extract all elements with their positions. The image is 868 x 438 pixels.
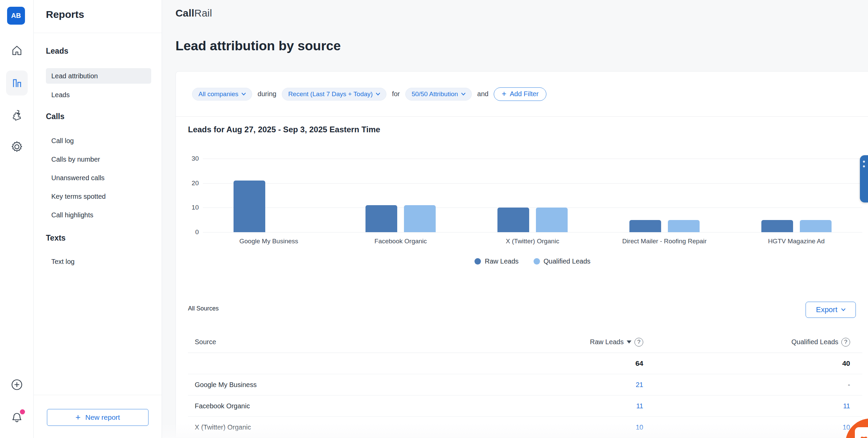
bar-chart: 0102030 (176, 159, 868, 232)
left-rail: AB (0, 0, 34, 438)
page-title: Lead attribution by source (175, 38, 341, 53)
raw-leads-header-label: Raw Leads (590, 338, 624, 346)
add-circle-icon[interactable] (0, 378, 34, 391)
sidebar-item-key-terms-spotted[interactable]: Key terms spotted (46, 189, 151, 204)
filter-bar: All companies during Recent (Last 7 Days… (176, 72, 868, 117)
new-report-label: New report (85, 413, 120, 421)
source-cell: Google My Business (188, 381, 491, 389)
bar-chart-icon (11, 77, 23, 89)
qualified-leads-bar[interactable] (536, 208, 568, 232)
legend-qualified-leads[interactable]: Qualified Leads (534, 257, 591, 265)
chart-legend: Raw Leads Qualified Leads (203, 257, 862, 265)
totals-row: 64 40 (188, 353, 862, 374)
bar-group-4 (598, 159, 730, 232)
table-row: X (Twitter) Organic 10 10 (188, 417, 862, 438)
during-label: during (257, 90, 276, 98)
chart-title: Leads for Aug 27, 2025 - Sep 3, 2025 Eas… (188, 125, 380, 134)
puzzle-icon (10, 108, 24, 122)
qualified-leads-link[interactable]: 11 (643, 402, 862, 410)
sidebar-item-leads[interactable]: Leads (46, 87, 151, 103)
attribution-dropdown[interactable]: 50/50 Attribution (405, 88, 472, 101)
totals-qualified: 40 (643, 359, 862, 367)
export-button[interactable]: Export (806, 302, 856, 318)
section-texts: Texts (46, 234, 65, 243)
home-icon[interactable] (0, 45, 34, 57)
sidebar-title: Reports (46, 9, 84, 20)
table-header-row: Source Raw Leads ? Qualified Leads ? (188, 331, 862, 353)
chat-screen-icon (855, 427, 868, 438)
section-calls: Calls (46, 112, 64, 121)
export-label: Export (816, 305, 838, 314)
sidebar-item-unanswered-calls[interactable]: Unanswered calls (46, 170, 151, 186)
x-axis-label: Direct Mailer - Roofing Repair (598, 238, 730, 245)
y-tick-label: 10 (192, 204, 199, 211)
x-axis-label: X (Twitter) Organic (467, 238, 599, 245)
x-axis-label: Facebook Organic (335, 238, 467, 245)
callrail-logo[interactable]: CallRail (175, 7, 212, 19)
raw-leads-link[interactable]: 11 (491, 402, 643, 410)
settings-gear-icon[interactable] (0, 140, 34, 154)
logo-light: Rail (194, 7, 212, 19)
sidebar-item-call-highlights[interactable]: Call highlights (46, 207, 151, 223)
add-filter-label: Add Filter (510, 90, 539, 98)
sidebar-item-text-log[interactable]: Text log (46, 254, 151, 269)
chart-bars (203, 159, 862, 232)
col-raw-leads[interactable]: Raw Leads ? (491, 338, 643, 347)
plus-circle-icon (10, 378, 23, 391)
app-window: AB (0, 0, 868, 438)
raw-leads-bar[interactable] (365, 205, 397, 232)
chart-y-axis: 0102030 (176, 159, 199, 232)
reports-sidebar: Reports Leads Lead attribution Leads Cal… (34, 0, 162, 438)
dot (863, 165, 865, 167)
raw-leads-bar[interactable] (761, 220, 793, 232)
attribution-value: 50/50 Attribution (412, 90, 458, 98)
qualified-leads-bar[interactable] (404, 205, 436, 232)
section-leads: Leads (46, 47, 68, 56)
integrations-puzzle-icon[interactable] (0, 108, 34, 122)
raw-leads-bar[interactable] (497, 208, 529, 232)
chevron-down-icon (461, 93, 465, 95)
table-row: Google My Business 21 - (188, 374, 862, 395)
qualified-leads-bar[interactable] (800, 220, 832, 232)
avatar[interactable]: AB (7, 7, 25, 25)
divider (34, 395, 162, 395)
source-cell: X (Twitter) Organic (188, 423, 491, 431)
all-sources-label: All Sources (188, 305, 219, 312)
bar-group-3 (467, 159, 599, 232)
qualified-leads-swatch (534, 258, 540, 265)
add-filter-button[interactable]: + Add Filter (494, 87, 546, 101)
raw-leads-link[interactable]: 21 (491, 381, 643, 389)
col-qualified-leads[interactable]: Qualified Leads ? (643, 338, 862, 347)
home-icon (11, 45, 23, 57)
legend-raw-leads[interactable]: Raw Leads (474, 257, 518, 265)
chart-plot (203, 159, 862, 232)
help-icon[interactable]: ? (841, 338, 850, 347)
raw-leads-bar[interactable] (234, 181, 265, 232)
for-label: for (392, 90, 400, 98)
raw-leads-swatch (474, 258, 481, 265)
raw-leads-bar[interactable] (629, 220, 661, 232)
gridline (203, 232, 862, 232)
company-filter-dropdown[interactable]: All companies (192, 88, 252, 101)
bar-group-5 (730, 159, 862, 232)
sidebar-item-calls-by-number[interactable]: Calls by number (46, 152, 151, 167)
y-tick-label: 30 (192, 155, 199, 162)
col-source[interactable]: Source (188, 338, 491, 346)
sidebar-item-lead-attribution[interactable]: Lead attribution (46, 68, 151, 84)
chart-x-axis: Google My BusinessFacebook OrganicX (Twi… (203, 238, 862, 245)
notifications-bell-icon[interactable] (0, 411, 34, 425)
plus-icon: + (501, 90, 506, 98)
help-icon[interactable]: ? (634, 338, 643, 347)
feedback-side-tab[interactable] (860, 155, 868, 202)
date-range-dropdown[interactable]: Recent (Last 7 Days + Today) (282, 88, 386, 101)
qualified-leads-bar[interactable] (668, 220, 700, 232)
sidebar-item-call-log[interactable]: Call log (46, 133, 151, 148)
main-content: CallRail Lead attribution by source All … (162, 0, 868, 438)
totals-raw: 64 (491, 359, 643, 367)
company-filter-value: All companies (198, 90, 238, 98)
reports-bar-chart-icon[interactable] (6, 71, 28, 95)
raw-leads-link[interactable]: 10 (491, 423, 643, 431)
and-label: and (477, 90, 488, 98)
new-report-button[interactable]: + New report (47, 409, 148, 426)
qualified-leads-link[interactable]: 10 (643, 423, 862, 431)
